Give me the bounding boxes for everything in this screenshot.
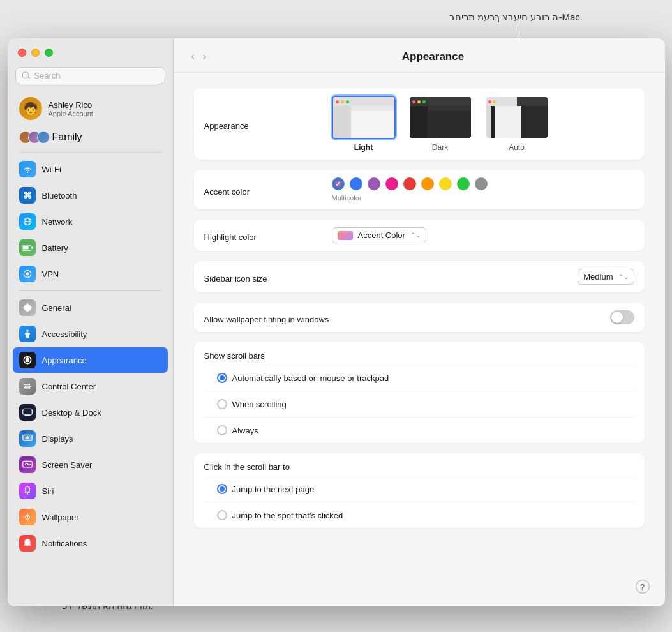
scroll-always-option[interactable]: Always [204, 425, 258, 435]
maximize-button[interactable] [45, 49, 53, 57]
scroll-scrolling-label: When scrolling [232, 400, 287, 409]
sidebar-item-wallpaper[interactable]: Wallpaper [13, 504, 168, 530]
accent-red[interactable] [403, 177, 416, 190]
sidebar-item-network[interactable]: Network [13, 209, 168, 234]
scroll-always-radio-item[interactable]: Always [217, 425, 258, 435]
accent-color-label: Accent color [204, 183, 332, 197]
apple-account-text: Ashley Rico Apple Account [49, 100, 93, 117]
sidebar-icon-size-section: Sidebar icon size Medium ⌃⌄ [194, 261, 645, 292]
sidebar-item-vpn[interactable]: VPN [13, 261, 168, 287]
theme-light-option[interactable]: Light [332, 96, 396, 152]
minimize-button[interactable] [31, 49, 40, 57]
accent-color-options: Multicolor [332, 177, 488, 202]
scroll-bars-title-row: Show scroll bars [204, 342, 634, 365]
sidebar: 🧒 Ashley Rico Apple Account Family [8, 38, 174, 606]
sidebar-item-screen-saver[interactable]: Screen Saver [13, 452, 168, 478]
sidebar-item-desktop-dock[interactable]: Desktop & Dock [13, 400, 168, 425]
click-scroll-title-row: Click in the scroll bar to [204, 453, 634, 476]
scroll-auto-radio[interactable] [217, 373, 227, 383]
sidebar-item-wifi[interactable]: Wi-Fi [13, 156, 168, 182]
svg-rect-4 [22, 246, 28, 250]
scroll-auto-radio-item[interactable]: Automatically based on mouse or trackpad [217, 373, 389, 383]
scroll-scrolling-option[interactable]: When scrolling [204, 399, 287, 409]
wallpaper-tinting-row: Allow wallpaper tinting in windows [204, 303, 634, 332]
click-jump-spot-option[interactable]: Jump to the spot that's clicked [204, 510, 343, 520]
siri-icon [19, 483, 36, 499]
sidebar-item-notifications[interactable]: Notifications [13, 530, 168, 556]
theme-light-label: Light [354, 143, 373, 152]
highlight-color-label: Highlight color [204, 229, 332, 242]
accent-color-row-dots [332, 177, 488, 190]
click-jump-page-label: Jump to the next page [232, 485, 315, 494]
traffic-lights [8, 38, 173, 64]
nav-back-button[interactable]: ‹ [189, 49, 198, 64]
theme-options: Light [332, 96, 549, 152]
accent-pink[interactable] [385, 177, 398, 190]
click-jump-page-option[interactable]: Jump to the next page [204, 484, 315, 494]
control-center-icon [19, 378, 36, 395]
theme-dark-label: Dark [432, 143, 448, 152]
theme-auto-label: Auto [509, 143, 525, 152]
accent-blue[interactable] [350, 177, 362, 190]
theme-dark-thumb [408, 96, 472, 139]
click-jump-spot-radio-item[interactable]: Jump to the spot that's clicked [217, 510, 343, 520]
scroll-always-radio[interactable] [217, 425, 227, 435]
sidebar-item-displays[interactable]: Displays [13, 426, 168, 451]
sidebar-item-appearance[interactable]: Appearance [13, 347, 168, 373]
annotation-top: .Mac-ה רובע םיעבצ ךרעמ תריחב [449, 11, 583, 23]
control-center-label: Control Center [42, 382, 96, 391]
sidebar-icon-size-control: Medium ⌃⌄ [332, 269, 634, 285]
sidebar-item-accessibility[interactable]: Accessibility [13, 321, 168, 347]
click-jump-page-radio-item[interactable]: Jump to the next page [217, 484, 315, 494]
sidebar-item-apple-account[interactable]: 🧒 Ashley Rico Apple Account [13, 92, 168, 125]
highlight-dropdown[interactable]: Accent Color ⌃⌄ [332, 227, 426, 243]
scroll-scrolling-radio-item[interactable]: When scrolling [217, 399, 287, 409]
accent-graphite[interactable] [475, 177, 488, 190]
sidebar-item-general[interactable]: General [13, 295, 168, 320]
wifi-label: Wi-Fi [42, 165, 61, 174]
theme-auto-option[interactable]: Auto [485, 96, 549, 152]
nav-forward-button[interactable]: › [200, 49, 209, 64]
sidebar-item-family[interactable]: Family [13, 126, 168, 148]
accent-yellow[interactable] [439, 177, 452, 190]
accent-purple[interactable] [368, 177, 380, 190]
accent-multicolor[interactable] [332, 177, 345, 190]
click-jump-page-radio[interactable] [217, 484, 227, 494]
theme-dark-option[interactable]: Dark [408, 96, 472, 152]
click-jump-spot-row: Jump to the spot that's clicked [204, 502, 634, 528]
svg-point-22 [25, 486, 29, 492]
scroll-scrolling-radio[interactable] [217, 399, 227, 409]
click-jump-spot-label: Jump to the spot that's clicked [232, 511, 343, 520]
svg-point-20 [26, 436, 29, 439]
page-title: Appearance [217, 50, 650, 63]
appearance-label-sidebar: Appearance [42, 356, 87, 365]
sidebar-item-bluetooth[interactable]: ⌘ Bluetooth [13, 183, 168, 208]
accessibility-icon [19, 326, 36, 342]
divider-1 [19, 152, 161, 153]
close-button[interactable] [18, 49, 26, 57]
wallpaper-icon [19, 509, 36, 525]
help-button[interactable]: ? [636, 580, 650, 594]
sidebar-item-siri[interactable]: Siri [13, 478, 168, 504]
sidebar-icon-size-row: Sidebar icon size Medium ⌃⌄ [204, 261, 634, 292]
accent-green[interactable] [457, 177, 470, 190]
click-jump-spot-radio[interactable] [217, 510, 227, 520]
svg-point-9 [26, 330, 28, 332]
sidebar-item-battery[interactable]: Battery [13, 235, 168, 260]
sidebar-item-control-center[interactable]: Control Center [13, 373, 168, 399]
wallpaper-tinting-toggle[interactable] [610, 310, 634, 324]
screen-saver-label: Screen Saver [42, 460, 93, 470]
bluetooth-icon: ⌘ [19, 187, 36, 204]
accent-orange[interactable] [421, 177, 434, 190]
sidebar-size-dropdown[interactable]: Medium ⌃⌄ [578, 269, 634, 285]
search-input[interactable] [34, 71, 158, 80]
click-jump-page-row: Jump to the next page [204, 476, 634, 502]
wallpaper-tinting-section: Allow wallpaper tinting in windows [194, 303, 645, 332]
scroll-auto-option[interactable]: Automatically based on mouse or trackpad [204, 373, 389, 383]
search-box[interactable] [15, 67, 165, 84]
sidebar-icon-size-label: Sidebar icon size [204, 270, 332, 283]
general-label: General [42, 303, 71, 313]
user-name: Ashley Rico [49, 100, 93, 110]
svg-point-7 [26, 273, 29, 276]
main-header: ‹ › Appearance [174, 38, 665, 73]
